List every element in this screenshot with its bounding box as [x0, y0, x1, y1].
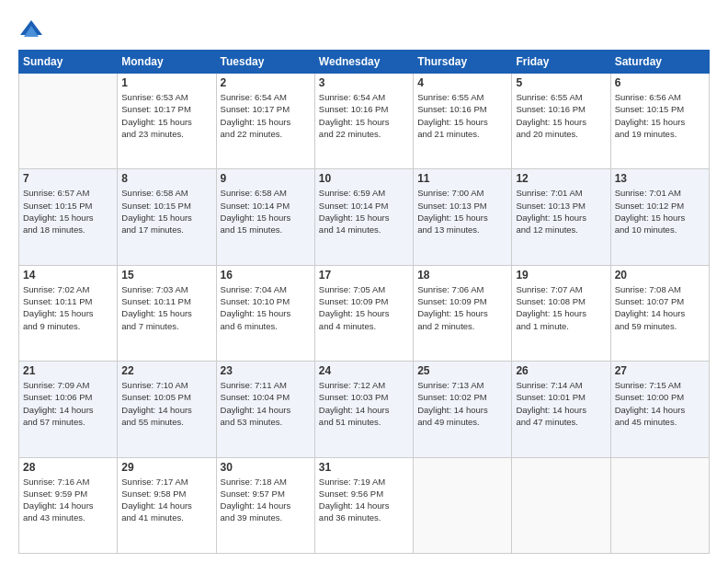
day-number: 23 [221, 364, 311, 377]
day-number: 24 [319, 364, 409, 377]
page: SundayMondayTuesdayWednesdayThursdayFrid… [0, 0, 728, 563]
day-number: 7 [23, 172, 113, 185]
calendar-cell: 3Sunrise: 6:54 AM Sunset: 10:16 PM Dayli… [314, 74, 413, 169]
calendar-row: 21Sunrise: 7:09 AM Sunset: 10:06 PM Dayl… [19, 362, 710, 457]
calendar-cell: 5Sunrise: 6:55 AM Sunset: 10:16 PM Dayli… [512, 74, 610, 169]
calendar-cell: 7Sunrise: 6:57 AM Sunset: 10:15 PM Dayli… [19, 169, 118, 265]
day-number: 2 [221, 76, 311, 89]
calendar-cell: 26Sunrise: 7:14 AM Sunset: 10:01 PM Dayl… [512, 362, 610, 457]
calendar-cell: 12Sunrise: 7:01 AM Sunset: 10:13 PM Dayl… [512, 169, 610, 265]
day-number: 13 [615, 172, 705, 185]
header [18, 17, 710, 42]
day-number: 9 [221, 172, 311, 185]
day-info: Sunrise: 7:15 AM Sunset: 10:00 PM Daylig… [615, 379, 705, 428]
weekday-header: Friday [512, 51, 610, 74]
calendar-cell: 18Sunrise: 7:06 AM Sunset: 10:09 PM Dayl… [414, 265, 512, 361]
day-info: Sunrise: 6:59 AM Sunset: 10:14 PM Daylig… [319, 187, 409, 236]
calendar-cell [19, 74, 118, 169]
day-info: Sunrise: 7:13 AM Sunset: 10:02 PM Daylig… [417, 379, 507, 428]
day-number: 10 [319, 172, 409, 185]
day-info: Sunrise: 7:04 AM Sunset: 10:10 PM Daylig… [221, 283, 311, 332]
day-number: 20 [615, 269, 705, 282]
weekday-header: Saturday [610, 51, 709, 74]
calendar-table: SundayMondayTuesdayWednesdayThursdayFrid… [18, 50, 710, 554]
calendar-row: 7Sunrise: 6:57 AM Sunset: 10:15 PM Dayli… [19, 169, 710, 265]
day-info: Sunrise: 6:56 AM Sunset: 10:15 PM Daylig… [615, 91, 705, 140]
day-number: 25 [417, 364, 507, 377]
day-info: Sunrise: 6:57 AM Sunset: 10:15 PM Daylig… [23, 187, 113, 236]
day-number: 17 [319, 269, 409, 282]
day-number: 8 [121, 172, 211, 185]
day-info: Sunrise: 7:05 AM Sunset: 10:09 PM Daylig… [319, 283, 409, 332]
day-number: 14 [23, 269, 113, 282]
day-info: Sunrise: 7:06 AM Sunset: 10:09 PM Daylig… [417, 283, 507, 332]
calendar-row: 14Sunrise: 7:02 AM Sunset: 10:11 PM Dayl… [19, 265, 710, 361]
calendar-cell: 22Sunrise: 7:10 AM Sunset: 10:05 PM Dayl… [118, 362, 216, 457]
day-info: Sunrise: 7:01 AM Sunset: 10:13 PM Daylig… [516, 187, 606, 236]
day-info: Sunrise: 6:58 AM Sunset: 10:15 PM Daylig… [121, 187, 211, 236]
weekday-header: Wednesday [314, 51, 413, 74]
weekday-header: Monday [118, 51, 216, 74]
logo-icon [18, 17, 44, 42]
day-info: Sunrise: 6:58 AM Sunset: 10:14 PM Daylig… [221, 187, 311, 236]
day-number: 15 [121, 269, 211, 282]
calendar-cell: 24Sunrise: 7:12 AM Sunset: 10:03 PM Dayl… [314, 362, 413, 457]
day-info: Sunrise: 7:18 AM Sunset: 9:57 PM Dayligh… [221, 476, 311, 524]
day-number: 26 [516, 364, 606, 377]
weekday-header: Thursday [414, 51, 512, 74]
calendar-cell: 6Sunrise: 6:56 AM Sunset: 10:15 PM Dayli… [610, 74, 709, 169]
calendar-cell: 21Sunrise: 7:09 AM Sunset: 10:06 PM Dayl… [19, 362, 118, 457]
calendar-cell: 4Sunrise: 6:55 AM Sunset: 10:16 PM Dayli… [414, 74, 512, 169]
calendar-cell: 29Sunrise: 7:17 AM Sunset: 9:58 PM Dayli… [118, 457, 216, 553]
day-info: Sunrise: 7:12 AM Sunset: 10:03 PM Daylig… [319, 379, 409, 428]
calendar-cell: 1Sunrise: 6:53 AM Sunset: 10:17 PM Dayli… [118, 74, 216, 169]
weekday-header: Tuesday [216, 51, 314, 74]
calendar-row: 28Sunrise: 7:16 AM Sunset: 9:59 PM Dayli… [19, 457, 710, 553]
day-number: 1 [121, 76, 211, 89]
day-info: Sunrise: 6:55 AM Sunset: 10:16 PM Daylig… [417, 91, 507, 140]
day-info: Sunrise: 7:01 AM Sunset: 10:12 PM Daylig… [615, 187, 705, 236]
day-number: 3 [319, 76, 409, 89]
weekday-header-row: SundayMondayTuesdayWednesdayThursdayFrid… [19, 51, 710, 74]
calendar-cell: 17Sunrise: 7:05 AM Sunset: 10:09 PM Dayl… [314, 265, 413, 361]
day-number: 6 [615, 76, 705, 89]
calendar-row: 1Sunrise: 6:53 AM Sunset: 10:17 PM Dayli… [19, 74, 710, 169]
day-info: Sunrise: 7:09 AM Sunset: 10:06 PM Daylig… [23, 379, 113, 428]
calendar-cell: 11Sunrise: 7:00 AM Sunset: 10:13 PM Dayl… [414, 169, 512, 265]
day-info: Sunrise: 7:19 AM Sunset: 9:56 PM Dayligh… [319, 476, 409, 524]
calendar-cell: 9Sunrise: 6:58 AM Sunset: 10:14 PM Dayli… [216, 169, 314, 265]
calendar-cell: 27Sunrise: 7:15 AM Sunset: 10:00 PM Dayl… [610, 362, 709, 457]
day-info: Sunrise: 6:54 AM Sunset: 10:17 PM Daylig… [221, 91, 311, 140]
day-number: 5 [516, 76, 606, 89]
day-number: 12 [516, 172, 606, 185]
calendar-cell: 2Sunrise: 6:54 AM Sunset: 10:17 PM Dayli… [216, 74, 314, 169]
day-info: Sunrise: 7:02 AM Sunset: 10:11 PM Daylig… [23, 283, 113, 332]
logo [18, 17, 48, 42]
day-number: 27 [615, 364, 705, 377]
day-number: 21 [23, 364, 113, 377]
day-info: Sunrise: 7:08 AM Sunset: 10:07 PM Daylig… [615, 283, 705, 332]
day-info: Sunrise: 6:54 AM Sunset: 10:16 PM Daylig… [319, 91, 409, 140]
day-info: Sunrise: 7:07 AM Sunset: 10:08 PM Daylig… [516, 283, 606, 332]
calendar-cell [512, 457, 610, 553]
day-number: 4 [417, 76, 507, 89]
day-info: Sunrise: 7:14 AM Sunset: 10:01 PM Daylig… [516, 379, 606, 428]
calendar-cell: 31Sunrise: 7:19 AM Sunset: 9:56 PM Dayli… [314, 457, 413, 553]
calendar-cell: 16Sunrise: 7:04 AM Sunset: 10:10 PM Dayl… [216, 265, 314, 361]
calendar-cell: 23Sunrise: 7:11 AM Sunset: 10:04 PM Dayl… [216, 362, 314, 457]
day-number: 16 [221, 269, 311, 282]
calendar-cell [414, 457, 512, 553]
day-number: 30 [221, 461, 311, 474]
calendar-cell [610, 457, 709, 553]
day-info: Sunrise: 7:00 AM Sunset: 10:13 PM Daylig… [417, 187, 507, 236]
day-number: 31 [319, 461, 409, 474]
day-info: Sunrise: 7:16 AM Sunset: 9:59 PM Dayligh… [23, 476, 113, 524]
calendar-cell: 14Sunrise: 7:02 AM Sunset: 10:11 PM Dayl… [19, 265, 118, 361]
calendar-cell: 19Sunrise: 7:07 AM Sunset: 10:08 PM Dayl… [512, 265, 610, 361]
day-number: 18 [417, 269, 507, 282]
calendar-cell: 8Sunrise: 6:58 AM Sunset: 10:15 PM Dayli… [118, 169, 216, 265]
calendar-cell: 20Sunrise: 7:08 AM Sunset: 10:07 PM Dayl… [610, 265, 709, 361]
calendar-cell: 28Sunrise: 7:16 AM Sunset: 9:59 PM Dayli… [19, 457, 118, 553]
day-info: Sunrise: 6:55 AM Sunset: 10:16 PM Daylig… [516, 91, 606, 140]
calendar-cell: 30Sunrise: 7:18 AM Sunset: 9:57 PM Dayli… [216, 457, 314, 553]
